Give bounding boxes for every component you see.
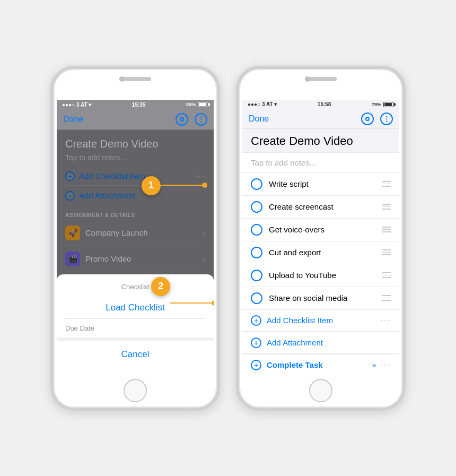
phone-2: ●●●○ 3 AT ▾ 15:58 79% Done ⋮ Create D xyxy=(236,66,406,411)
check-circle-0[interactable] xyxy=(251,178,262,190)
check-circle-2[interactable] xyxy=(251,224,262,236)
checklist-item-1[interactable]: Create screencast xyxy=(242,196,399,219)
dots-icon-2: ··· xyxy=(381,316,391,325)
checklist-text-4: Upload to YouTube xyxy=(269,271,378,280)
checklist-text-1: Create screencast xyxy=(269,202,378,211)
checklist-item-5[interactable]: Share on social media xyxy=(242,287,399,310)
nav-bar-1: Done ⋮ xyxy=(57,110,214,129)
status-time-2: 15:58 xyxy=(318,101,331,107)
reorder-icon-0 xyxy=(382,181,391,187)
done-button-1[interactable]: Done xyxy=(63,115,83,124)
chevron-double-icon: » xyxy=(372,361,376,369)
reorder-icon-2 xyxy=(382,227,391,232)
status-carrier-1: ●●●○ 3 AT ▾ xyxy=(62,102,91,108)
done-button-2[interactable]: Done xyxy=(249,114,269,124)
speaker-1 xyxy=(119,77,151,81)
home-button-2[interactable] xyxy=(309,379,332,402)
checklist-text-5: Share on social media xyxy=(269,293,378,302)
eye-pupil-1 xyxy=(180,117,184,122)
reorder-icon-1 xyxy=(382,204,391,210)
speaker-2 xyxy=(305,77,337,81)
status-bar-1: ●●●○ 3 AT ▾ 15:35 85% xyxy=(57,100,214,110)
task-title-2: Create Demo Video xyxy=(251,134,391,148)
reorder-icon-5 xyxy=(382,295,391,301)
checklist-item-0[interactable]: Write script xyxy=(242,173,399,196)
plus-attach-icon-2: + xyxy=(251,337,261,348)
complete-task-label: Complete Task xyxy=(267,360,372,369)
eye-pupil-2 xyxy=(365,117,370,121)
add-checklist-row-2[interactable]: + Add Checklist Item ··· xyxy=(242,310,399,332)
home-button-1[interactable] xyxy=(124,379,147,402)
visibility-icon-2[interactable] xyxy=(361,112,374,125)
check-circle-5[interactable] xyxy=(251,292,262,304)
cancel-button-1[interactable]: Cancel xyxy=(65,343,205,366)
checklist-item-2[interactable]: Get voice-overs xyxy=(242,219,399,241)
more-button-1[interactable]: ⋮ xyxy=(195,113,207,126)
add-checklist-label-2: Add Checklist Item xyxy=(267,316,381,325)
plus-complete-icon: + xyxy=(251,360,261,370)
phone-1: ●●●○ 3 AT ▾ 15:35 85% Done ⋮ xyxy=(50,66,220,411)
check-circle-1[interactable] xyxy=(251,201,262,213)
annotation-2: 2 xyxy=(151,277,170,296)
due-date-row-1: Due Date xyxy=(65,319,205,337)
status-battery-2: 79% xyxy=(372,102,394,107)
screen-1: ●●●○ 3 AT ▾ 15:35 85% Done ⋮ xyxy=(57,100,214,375)
front-camera-2 xyxy=(305,76,310,82)
checklist-text-2: Get voice-overs xyxy=(269,225,378,234)
checklist-item-4[interactable]: Upload to YouTube xyxy=(242,264,399,287)
status-carrier-2: ●●●○ 3 AT ▾ xyxy=(248,101,277,107)
nav-icons-2: ⋮ xyxy=(361,112,393,125)
notes-field-2[interactable]: Tap to add notes... xyxy=(242,153,399,173)
visibility-icon-1[interactable] xyxy=(176,113,188,126)
nav-icons-1: ⋮ xyxy=(176,113,207,126)
complete-task-row[interactable]: + Complete Task » ··· xyxy=(242,354,399,375)
status-battery-1: 85% xyxy=(186,102,208,107)
phone-top-2 xyxy=(239,69,402,101)
reorder-icon-4 xyxy=(382,272,391,278)
check-circle-4[interactable] xyxy=(251,270,262,281)
checklist-item-3[interactable]: Cut and export xyxy=(242,241,399,264)
status-time-1: 15:35 xyxy=(132,102,146,108)
more-button-2[interactable]: ⋮ xyxy=(380,112,393,125)
reorder-icon-3 xyxy=(382,249,391,255)
load-checklist-button[interactable]: Load Checklist xyxy=(65,297,205,319)
check-circle-3[interactable] xyxy=(251,247,262,258)
add-attachment-label-2: Add Attachment xyxy=(267,338,391,347)
screen-2: ●●●○ 3 AT ▾ 15:58 79% Done ⋮ Create D xyxy=(242,100,399,375)
nav-bar-2: Done ⋮ xyxy=(242,109,399,129)
dots-icon-3: ··· xyxy=(381,360,391,370)
plus-icon-2: + xyxy=(251,315,261,326)
modal-header-1: Checklist xyxy=(65,283,205,291)
status-bar-2: ●●●○ 3 AT ▾ 15:58 79% xyxy=(242,100,399,109)
checklist-text-0: Write script xyxy=(269,179,378,188)
add-attachment-row-2[interactable]: + Add Attachment xyxy=(242,332,399,354)
annotation-1: 1 xyxy=(142,176,161,195)
phone-top-1 xyxy=(54,69,217,101)
modal-sheet-1: Checklist Load Checklist Due Date Cancel xyxy=(57,274,214,375)
front-camera-1 xyxy=(119,76,125,82)
checklist-text-3: Cut and export xyxy=(269,248,378,257)
